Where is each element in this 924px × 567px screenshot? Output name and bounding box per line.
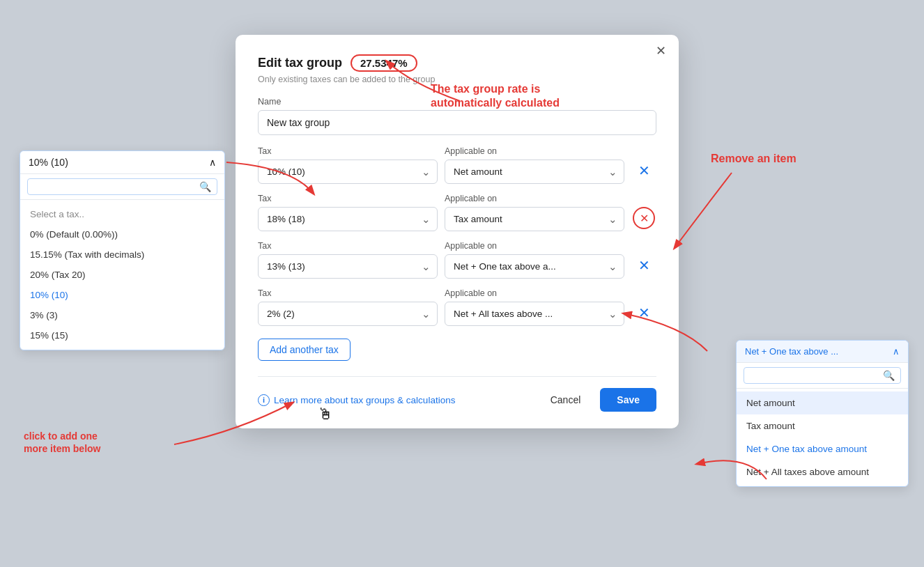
remove-annotation: Remove an item <box>711 152 796 166</box>
remove-button-1[interactable]: ✕ <box>631 157 656 184</box>
applicable-select-1[interactable]: Net amount <box>445 160 624 184</box>
modal-footer: i Learn more about tax groups & calculat… <box>258 376 656 412</box>
edit-tax-group-modal: ✕ Edit tax group 27.5347% Only existing … <box>236 35 679 428</box>
list-item[interactable]: 15.15% (Tax with decimals) <box>20 244 224 265</box>
modal-subtitle: Only existing taxes can be added to the … <box>258 75 656 84</box>
applicable-col-2: Applicable on Tax amount <box>445 194 624 231</box>
right-dropdown-header[interactable]: Net + One tax above ... ∧ <box>737 341 908 363</box>
list-item[interactable]: Net amount <box>737 391 908 414</box>
applicable-label-3: Applicable on <box>445 241 624 251</box>
applicable-select-2[interactable]: Tax amount <box>445 207 624 231</box>
right-dropdown-selected-value: Net + One tax above ... <box>745 346 838 357</box>
info-icon: i <box>258 394 270 406</box>
list-item[interactable]: 10% (10) <box>20 285 224 305</box>
remove-button-4[interactable]: ✕ <box>631 300 656 326</box>
search-icon: 🔍 <box>199 181 211 192</box>
tax-col-4: Tax 2% (2) <box>258 288 438 326</box>
chevron-up-blue-icon: ∧ <box>893 346 900 357</box>
applicable-select-4[interactable]: Net + All taxes above ... <box>445 302 624 326</box>
tax-select-wrapper-1: 10% (10) <box>258 160 438 184</box>
add-annotation: click to add onemore item below <box>24 430 100 455</box>
left-dropdown-header[interactable]: 10% (10) ∧ <box>20 151 224 174</box>
right-applicable-dropdown[interactable]: Net + One tax above ... ∧ 🔍 Net amount T… <box>736 340 909 487</box>
tax-row-1: Tax 10% (10) Applicable on Net amount ✕ <box>258 146 656 184</box>
list-item[interactable]: Net + All taxes above amount <box>737 460 908 483</box>
learn-more-link[interactable]: i Learn more about tax groups & calculat… <box>258 394 455 406</box>
name-input[interactable] <box>258 110 656 135</box>
right-dropdown-list: Net amount Tax amount Net + One tax abov… <box>737 389 908 486</box>
tax-label-1: Tax <box>258 146 438 156</box>
applicable-select-wrapper-4: Net + All taxes above ... <box>445 302 624 326</box>
learn-more-label: Learn more about tax groups & calculatio… <box>274 395 455 405</box>
applicable-label-4: Applicable on <box>445 288 624 298</box>
tax-select-4[interactable]: 2% (2) <box>258 302 438 326</box>
tax-select-2[interactable]: 18% (18) <box>258 207 438 231</box>
tax-row-2: Tax 18% (18) Applicable on Tax amount ✕ <box>258 194 656 231</box>
modal-title: Edit tax group <box>258 56 342 70</box>
right-search-container: 🔍 <box>737 363 908 389</box>
left-search-input[interactable] <box>33 182 199 192</box>
applicable-label-2: Applicable on <box>445 194 624 203</box>
tax-col-2: Tax 18% (18) <box>258 194 438 231</box>
search-icon-right: 🔍 <box>883 370 895 381</box>
left-dropdown-selected-value: 10% (10) <box>29 157 68 168</box>
list-item[interactable]: 15% (15) <box>20 325 224 345</box>
applicable-col-4: Applicable on Net + All taxes above ... <box>445 288 624 326</box>
tax-select-3[interactable]: 13% (13) <box>258 254 438 279</box>
modal-close-button[interactable]: ✕ <box>656 45 666 57</box>
list-item[interactable]: 3% (3) <box>20 305 224 325</box>
tax-rate-badge: 27.5347% <box>351 54 417 72</box>
tax-label-2: Tax <box>258 194 438 203</box>
applicable-col-3: Applicable on Net + One tax above a... <box>445 241 624 279</box>
tax-row-4: Tax 2% (2) Applicable on Net + All taxes… <box>258 288 656 326</box>
tax-row-3: Tax 13% (13) Applicable on Net + One tax… <box>258 241 656 279</box>
applicable-col-1: Applicable on Net amount <box>445 146 624 184</box>
tax-select-wrapper-2: 18% (18) <box>258 207 438 231</box>
tax-select-wrapper-3: 13% (13) <box>258 254 438 279</box>
footer-actions: Cancel Save <box>538 388 656 412</box>
left-search-container: 🔍 <box>20 174 224 200</box>
list-item[interactable]: Tax amount <box>737 414 908 437</box>
name-field-group: Name <box>258 97 656 135</box>
tax-label-3: Tax <box>258 241 438 251</box>
chevron-up-icon: ∧ <box>209 157 216 168</box>
remove-button-3[interactable]: ✕ <box>631 252 656 279</box>
list-item[interactable]: 0% (Default (0.00%)) <box>20 224 224 244</box>
left-dropdown-list: Select a tax.. 0% (Default (0.00%)) 15.1… <box>20 200 224 350</box>
tax-col-3: Tax 13% (13) <box>258 241 438 279</box>
name-label: Name <box>258 97 656 107</box>
left-tax-dropdown[interactable]: 10% (10) ∧ 🔍 Select a tax.. 0% (Default … <box>20 150 225 350</box>
add-another-tax-button[interactable]: Add another tax <box>258 339 351 361</box>
save-button[interactable]: Save <box>600 388 656 412</box>
applicable-select-wrapper-1: Net amount <box>445 160 624 184</box>
remove-button-2-circled[interactable]: ✕ <box>633 207 655 229</box>
tax-select-wrapper-4: 2% (2) <box>258 302 438 326</box>
tax-select-1[interactable]: 10% (10) <box>258 160 438 184</box>
right-search-input[interactable] <box>750 371 883 381</box>
modal-title-row: Edit tax group 27.5347% <box>258 54 656 72</box>
applicable-select-wrapper-2: Tax amount <box>445 207 624 231</box>
list-item[interactable]: 20% (Tax 20) <box>20 265 224 285</box>
add-annotation-text: click to add onemore item below <box>24 430 100 455</box>
applicable-select-wrapper-3: Net + One tax above a... <box>445 254 624 279</box>
tax-col-1: Tax 10% (10) <box>258 146 438 184</box>
tax-label-4: Tax <box>258 288 438 298</box>
remove-annotation-text: Remove an item <box>711 152 796 166</box>
applicable-label-1: Applicable on <box>445 146 624 156</box>
applicable-select-3[interactable]: Net + One tax above a... <box>445 254 624 279</box>
cancel-button[interactable]: Cancel <box>538 388 594 412</box>
list-item[interactable]: Net + One tax above amount <box>737 437 908 460</box>
list-item[interactable]: Select a tax.. <box>20 204 224 224</box>
